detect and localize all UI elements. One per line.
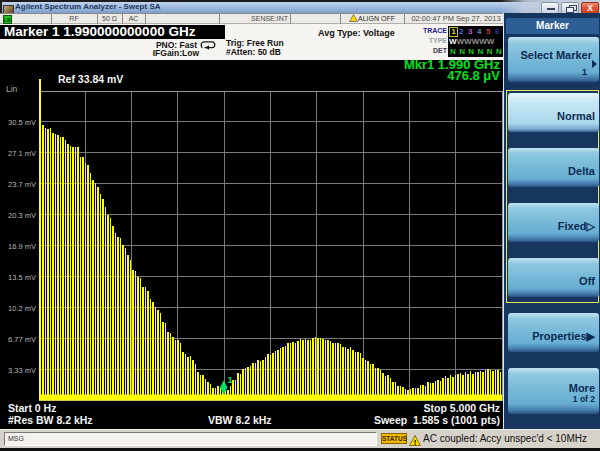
svg-text:!: !	[414, 438, 417, 447]
svg-text:1: 1	[228, 375, 233, 385]
